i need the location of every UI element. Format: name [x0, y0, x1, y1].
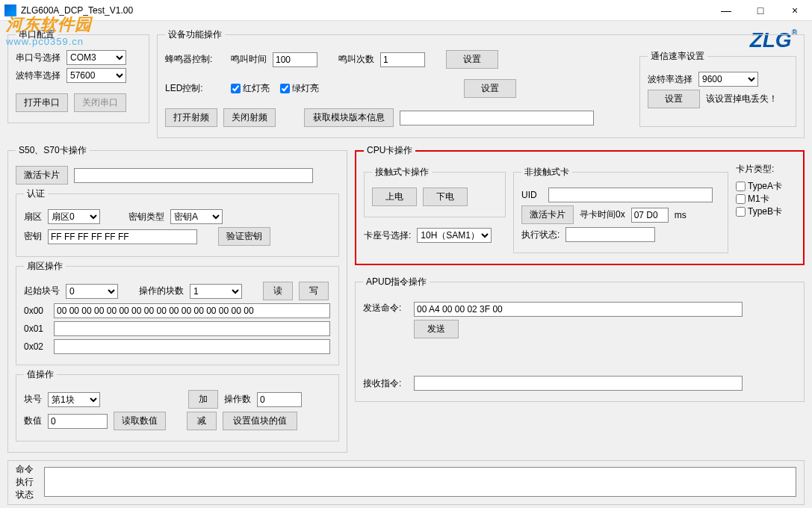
version-output[interactable] — [400, 111, 594, 126]
cmd-status-group: 命令 执行 状态 — [7, 460, 805, 505]
row2-label: 0x02 — [24, 341, 48, 352]
get-version-button[interactable]: 获取模块版本信息 — [304, 108, 394, 127]
red-led-checkbox[interactable] — [231, 84, 241, 93]
send-button[interactable]: 发送 — [414, 320, 459, 338]
serial-config-title: 串口配置 — [16, 28, 58, 41]
sub-button[interactable]: 减 — [187, 412, 217, 430]
setvalue-button[interactable]: 设置值块的值 — [223, 412, 297, 430]
noncontact-card-title: 非接触式卡 — [521, 166, 572, 179]
auth-title: 认证 — [24, 188, 48, 200]
minimize-button[interactable]: — — [709, 0, 743, 21]
typea-checkbox[interactable] — [736, 182, 746, 191]
buzzer-set-button[interactable]: 设置 — [446, 50, 498, 69]
seek-input[interactable] — [631, 208, 669, 223]
titlebar: ZLG600A_DCP_Test_V1.00 — □ × — [0, 0, 812, 21]
cpu-ops-title: CPU卡操作 — [364, 144, 415, 157]
startblock-select[interactable]: 0 — [66, 284, 118, 299]
valueop-title: 值操作 — [24, 368, 57, 381]
open-serial-button[interactable]: 打开串口 — [16, 93, 68, 112]
send-input[interactable] — [414, 302, 743, 317]
cardtype-title: 卡片类型: — [736, 163, 796, 176]
open-rf-button[interactable]: 打开射频 — [165, 108, 217, 127]
activate-card-output[interactable] — [74, 168, 313, 183]
opcount-label: 操作数 — [224, 393, 251, 406]
blockcount-label: 操作的块数 — [139, 285, 184, 297]
led-set-button[interactable]: 设置 — [464, 79, 516, 98]
blockcount-select[interactable]: 1 — [190, 284, 242, 299]
ring-time-label: 鸣叫时间 — [231, 53, 267, 66]
apdu-title: APUD指令操作 — [363, 276, 430, 288]
value-label: 数值 — [24, 415, 42, 427]
vblock-label: 块号 — [24, 393, 42, 406]
buzzer-label: 蜂鸣器控制: — [165, 53, 225, 66]
serial-config-group: 串口配置 串口号选择 COM3 波特率选择 57600 打开串口 关闭串口 — [7, 28, 149, 123]
close-serial-button[interactable]: 关闭串口 — [74, 93, 126, 112]
uid-label: UID — [521, 190, 542, 200]
opcount-input[interactable] — [257, 392, 302, 407]
s50-title: S50、S70卡操作 — [16, 144, 90, 157]
uid-output[interactable] — [548, 188, 713, 202]
typea-label: TypeA卡 — [736, 181, 782, 191]
vblock-select[interactable]: 第1块 — [48, 392, 100, 407]
commrate-set-button[interactable]: 设置 — [648, 90, 700, 108]
key-label: 密钥 — [24, 230, 42, 243]
cmd-status-output[interactable] — [44, 467, 796, 497]
seek-unit: ms — [675, 210, 687, 220]
ring-time-input[interactable] — [273, 52, 317, 67]
sector-select[interactable]: 扇区0 — [48, 209, 100, 224]
keytype-label: 密钥类型 — [128, 211, 164, 223]
read-button[interactable]: 读 — [263, 282, 293, 300]
poweroff-button[interactable]: 下电 — [423, 188, 468, 206]
m1-checkbox[interactable] — [736, 194, 746, 204]
exec-status-output[interactable] — [565, 227, 655, 242]
maximize-button[interactable]: □ — [743, 0, 778, 21]
commrate-group: 通信速率设置 波特率选择 9600 设置 该设置掉电丢失！ — [639, 50, 796, 127]
poweron-button[interactable]: 上电 — [372, 188, 417, 206]
startblock-label: 起始块号 — [24, 285, 60, 297]
key-input[interactable] — [48, 229, 197, 244]
device-ops-title: 设备功能操作 — [165, 28, 225, 41]
row0-input[interactable] — [54, 303, 330, 318]
baud-select[interactable]: 57600 — [66, 68, 126, 83]
keytype-select[interactable]: 密钥A — [170, 209, 223, 224]
contact-card-group: 接触式卡操作 上电 下电 — [364, 166, 506, 217]
sector-label: 扇区 — [24, 211, 42, 223]
verify-key-button[interactable]: 验证密钥 — [218, 227, 270, 246]
sectorop-title: 扇区操作 — [24, 260, 66, 273]
auth-group: 认证 扇区 扇区0 密钥类型 密钥A 密钥 验证密钥 — [16, 188, 339, 257]
noncontact-card-group: 非接触式卡 UID 激活卡片 寻卡时间0x ms 执行状态: — [513, 166, 728, 253]
typeb-label: TypeB卡 — [736, 206, 782, 217]
app-icon — [4, 4, 16, 16]
close-rf-button[interactable]: 关闭射频 — [223, 108, 276, 127]
contact-card-title: 接触式卡操作 — [372, 166, 432, 179]
value-input[interactable] — [48, 414, 108, 429]
recv-label: 接收指令: — [363, 377, 408, 390]
valueop-group: 值操作 块号 第1块 加 操作数 数值 读取数值 减 设置值块的值 — [16, 368, 339, 442]
exec-status-label: 执行状态: — [521, 229, 560, 241]
activate-card-button[interactable]: 激活卡片 — [16, 166, 68, 185]
write-button[interactable]: 写 — [299, 282, 329, 300]
row2-input[interactable] — [54, 339, 330, 354]
port-select[interactable]: COM3 — [66, 50, 126, 65]
add-button[interactable]: 加 — [188, 390, 218, 409]
commrate-baud-select[interactable]: 9600 — [698, 72, 758, 87]
commrate-title: 通信速率设置 — [648, 50, 707, 63]
slot-select[interactable]: 10H（SAM1） — [417, 228, 492, 243]
row1-label: 0x01 — [24, 323, 48, 334]
nc-activate-button[interactable]: 激活卡片 — [521, 205, 574, 224]
cpu-ops-group: CPU卡操作 接触式卡操作 上电 下电 卡座号选择: 10H（SAM1） — [355, 144, 805, 265]
readvalue-button[interactable]: 读取数值 — [114, 412, 166, 430]
slot-label: 卡座号选择: — [364, 229, 411, 242]
window-title: ZLG600A_DCP_Test_V1.00 — [21, 5, 709, 16]
close-button[interactable]: × — [778, 0, 812, 21]
green-led-checkbox[interactable] — [280, 84, 290, 93]
row1-input[interactable] — [54, 321, 330, 336]
m1-label: M1卡 — [736, 193, 769, 204]
recv-output[interactable] — [414, 376, 743, 391]
led-label: LED控制: — [165, 82, 225, 95]
baud-label: 波特率选择 — [16, 69, 61, 82]
ring-count-input[interactable] — [380, 52, 425, 67]
typeb-checkbox[interactable] — [736, 207, 746, 217]
apdu-group: APUD指令操作 发送命令: 发送 接收指令: — [355, 276, 805, 402]
sectorop-group: 扇区操作 起始块号 0 操作的块数 1 读 写 0x00 0x01 0x02 — [16, 260, 339, 365]
